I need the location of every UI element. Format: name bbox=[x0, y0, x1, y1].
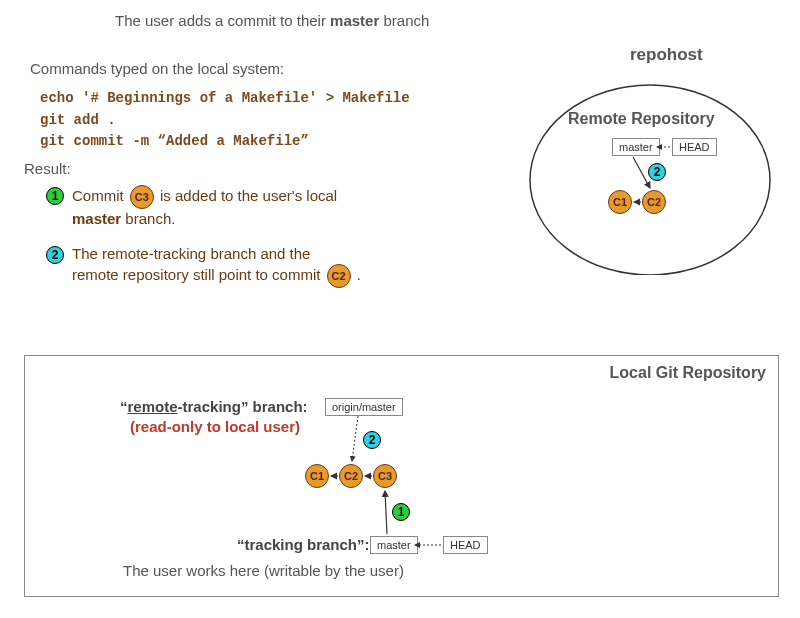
remote-head-ref: HEAD bbox=[672, 138, 717, 156]
cmd-line-2: git add . bbox=[40, 112, 116, 128]
local-head-ref: HEAD bbox=[443, 536, 488, 554]
local-title: Local Git Repository bbox=[610, 364, 766, 382]
remote-repo: repohost Remote Repository master HEAD 2… bbox=[520, 45, 780, 275]
title-pre: The user adds a commit to their bbox=[115, 12, 330, 29]
result-heading: Result: bbox=[24, 160, 71, 177]
local-step-badge-top: 2 bbox=[363, 431, 381, 449]
page-title: The user adds a commit to their master b… bbox=[115, 12, 429, 29]
remote-master-ref: master bbox=[612, 138, 660, 156]
result-item-1: 1 Commit C3 is added to the user's local… bbox=[46, 185, 337, 229]
local-commit-c2: C2 bbox=[339, 464, 363, 488]
tracking-branch-label: “tracking branch”: bbox=[237, 536, 370, 553]
local-repo-box: Local Git Repository “remote-tracking” b… bbox=[24, 355, 779, 597]
remote-arrows bbox=[520, 45, 780, 275]
remote-host-label: repohost bbox=[630, 45, 703, 65]
commit-c3-inline: C3 bbox=[130, 185, 154, 209]
remote-tracking-sublabel: (read-only to local user) bbox=[130, 418, 300, 435]
tracking-branch-sublabel: The user works here (writable by the use… bbox=[123, 562, 404, 579]
title-bold: master bbox=[330, 12, 379, 29]
step-badge-2: 2 bbox=[46, 246, 64, 264]
local-step-badge-bottom: 1 bbox=[392, 503, 410, 521]
remote-ellipse bbox=[520, 45, 780, 275]
remote-commit-c1: C1 bbox=[608, 190, 632, 214]
cmd-line-3: git commit -m “Added a Makefile” bbox=[40, 133, 309, 149]
local-master-ref: master bbox=[370, 536, 418, 554]
result-item-2: 2 The remote-tracking branch and the rem… bbox=[46, 244, 361, 288]
step-badge-1: 1 bbox=[46, 187, 64, 205]
commands-block: echo '# Beginnings of a Makefile' > Make… bbox=[40, 88, 410, 153]
commands-heading: Commands typed on the local system: bbox=[30, 60, 284, 77]
svg-line-4 bbox=[352, 416, 358, 461]
remote-tracking-label: “remote-tracking” branch: bbox=[120, 398, 308, 415]
origin-master-ref: origin/master bbox=[325, 398, 403, 416]
local-commit-c3: C3 bbox=[373, 464, 397, 488]
remote-step-badge: 2 bbox=[648, 163, 666, 181]
local-commit-c1: C1 bbox=[305, 464, 329, 488]
remote-commit-c2: C2 bbox=[642, 190, 666, 214]
result-2-text: The remote-tracking branch and the remot… bbox=[72, 244, 361, 288]
remote-heading: Remote Repository bbox=[568, 110, 715, 128]
commit-c2-inline: C2 bbox=[327, 264, 351, 288]
result-1-text: Commit C3 is added to the user's local m… bbox=[72, 185, 337, 229]
svg-line-7 bbox=[385, 491, 387, 534]
title-post: branch bbox=[379, 12, 429, 29]
cmd-line-1: echo '# Beginnings of a Makefile' > Make… bbox=[40, 90, 410, 106]
